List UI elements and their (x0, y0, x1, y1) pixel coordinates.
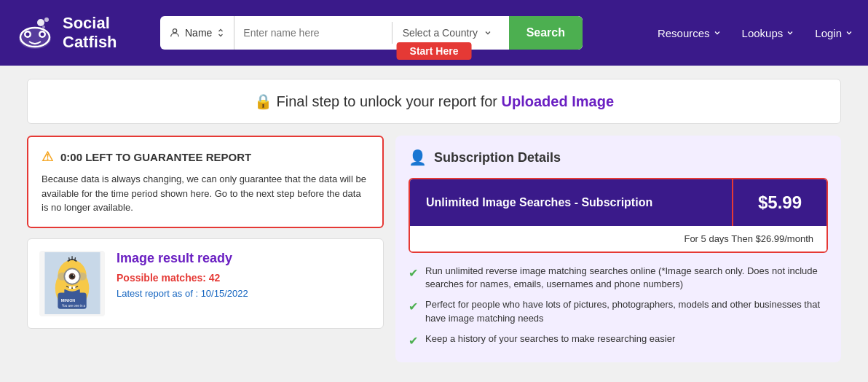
svg-point-8 (42, 26, 45, 28)
logo-icon (15, 12, 55, 53)
svg-point-7 (44, 17, 49, 22)
check-icon: ✔ (409, 333, 418, 349)
unlock-banner: 🔒 Final step to unlock your report for U… (27, 79, 841, 124)
check-icon: ✔ (409, 299, 418, 315)
image-result-box: MINION You are one in a (27, 238, 384, 329)
chevron-up-down-icon (216, 28, 225, 37)
lock-icon: 🔒 (254, 93, 272, 109)
svg-line-27 (68, 257, 69, 260)
svg-point-9 (173, 29, 176, 33)
left-column: ⚠ 0:00 LEFT TO GUARANTEE REPORT Because … (27, 136, 384, 329)
guarantee-title: ⚠ 0:00 LEFT TO GUARANTEE REPORT (42, 149, 369, 165)
subscription-card[interactable]: Unlimited Image Searches - Subscription … (409, 178, 828, 253)
feature-item: ✔ Keep a history of your searches to mak… (409, 332, 828, 349)
minion-image: MINION You are one in a (42, 252, 103, 314)
start-here-badge[interactable]: Start Here (397, 42, 472, 60)
chevron-down-icon (786, 28, 794, 37)
features-list: ✔ Run unlimited reverse image matching s… (409, 265, 828, 349)
sub-card-price: $5.99 (732, 179, 826, 226)
nav-lookups[interactable]: Lookups (742, 27, 795, 39)
result-info: Image result ready Possible matches: 42 … (117, 251, 371, 299)
chevron-down-icon (845, 28, 853, 37)
check-icon: ✔ (409, 265, 418, 281)
feature-item: ✔ Perfect for people who have lots of pi… (409, 298, 828, 324)
search-button[interactable]: Search (509, 16, 583, 50)
result-thumbnail: MINION You are one in a (39, 251, 105, 316)
search-type-select[interactable]: Name (160, 16, 234, 50)
svg-point-6 (37, 19, 44, 26)
name-input[interactable] (234, 16, 391, 50)
sub-card-label: Unlimited Image Searches - Subscription (410, 179, 732, 226)
svg-point-24 (72, 274, 74, 276)
result-matches: Possible matches: 42 (117, 272, 371, 284)
subscription-icon: 👤 (409, 149, 427, 166)
logo-area: Social Catfish (15, 12, 146, 53)
navbar: Social Catfish Name Select a Country Sea… (0, 0, 868, 66)
uploaded-image-label: Uploaded Image (502, 93, 614, 109)
svg-text:MINION: MINION (60, 298, 74, 303)
main-content: 🔒 Final step to unlock your report for U… (15, 79, 853, 362)
chevron-down-icon (713, 28, 722, 37)
sub-card-sub: For 5 days Then $26.99/month (410, 226, 826, 252)
svg-text:You are one in a: You are one in a (61, 304, 85, 308)
nav-login[interactable]: Login (815, 27, 853, 39)
search-bar: Name Select a Country Search (160, 16, 583, 50)
nav-resources[interactable]: Resources (658, 27, 722, 39)
matches-count: 42 (209, 272, 221, 284)
result-date: Latest report as of : 10/15/2022 (117, 288, 371, 299)
content-columns: ⚠ 0:00 LEFT TO GUARANTEE REPORT Because … (27, 136, 841, 362)
guarantee-box: ⚠ 0:00 LEFT TO GUARANTEE REPORT Because … (27, 136, 384, 228)
logo-text: Social Catfish (63, 14, 117, 52)
nav-links: Resources Lookups Login (658, 27, 853, 39)
svg-point-5 (41, 33, 44, 36)
svg-rect-26 (72, 286, 75, 289)
chevron-down-icon (484, 28, 492, 37)
guarantee-text: Because data is always changing, we can … (42, 172, 369, 215)
svg-line-29 (74, 257, 75, 260)
right-column: 👤 Subscription Details Unlimited Image S… (395, 136, 841, 362)
feature-item: ✔ Run unlimited reverse image matching s… (409, 265, 828, 291)
sub-card-main: Unlimited Image Searches - Subscription … (410, 179, 826, 226)
warning-icon: ⚠ (42, 149, 53, 165)
svg-rect-25 (68, 286, 71, 289)
result-title: Image result ready (117, 251, 371, 266)
person-icon (169, 27, 181, 39)
subscription-header: 👤 Subscription Details (409, 149, 828, 166)
svg-point-4 (26, 33, 30, 36)
